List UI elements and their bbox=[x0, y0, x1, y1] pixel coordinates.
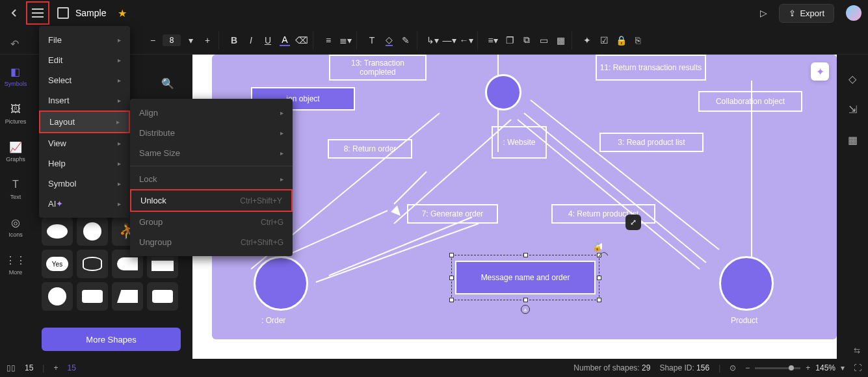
menu-insert[interactable]: Insert▸ bbox=[39, 90, 130, 110]
layout-submenu: Align▸ Distribute▸ Same Size▸ Lock▸ Unlo… bbox=[130, 99, 293, 256]
main-menu-dropdown: File▸ Edit▸ Select▸ Insert▸ Layout▸ View… bbox=[39, 26, 130, 218]
search-icon[interactable]: 🔍 bbox=[160, 75, 176, 91]
submenu-align[interactable]: Align▸ bbox=[130, 103, 293, 123]
ai-sparkle-button[interactable]: ✦ bbox=[580, 33, 594, 47]
avatar[interactable] bbox=[846, 5, 861, 21]
submenu-distribute[interactable]: Distribute▸ bbox=[130, 123, 293, 143]
underline-button[interactable]: U bbox=[261, 33, 275, 47]
paint-bucket-icon[interactable]: ◇ bbox=[848, 73, 856, 85]
add-page-button[interactable]: + bbox=[53, 363, 58, 372]
export-button[interactable]: ⇪ Export bbox=[779, 4, 834, 23]
submenu-ungroup[interactable]: UngroupCtrl+Shift+G bbox=[130, 232, 293, 252]
rail-pictures[interactable]: 🖼Pictures bbox=[5, 103, 27, 125]
copy-button[interactable]: ⧉ bbox=[519, 33, 534, 47]
back-button[interactable] bbox=[7, 5, 22, 21]
star-icon[interactable]: ★ bbox=[118, 7, 127, 20]
pictures-icon: 🖼 bbox=[9, 103, 22, 116]
menu-view[interactable]: View▸ bbox=[39, 133, 130, 153]
undo-icon[interactable]: ↶ bbox=[10, 38, 19, 50]
connector-button[interactable]: ↳▾ bbox=[425, 33, 440, 47]
ai-assistant-button[interactable]: ✦ bbox=[811, 62, 829, 81]
node-circle-center[interactable] bbox=[485, 74, 521, 110]
save-button[interactable]: ⎘ bbox=[631, 33, 645, 47]
menu-select[interactable]: Select▸ bbox=[39, 70, 130, 90]
submenu-group[interactable]: GroupCtrl+G bbox=[130, 212, 293, 232]
menu-symbol[interactable]: Symbol▸ bbox=[39, 174, 130, 194]
svg-line-3 bbox=[329, 217, 472, 276]
italic-button[interactable]: I bbox=[244, 33, 258, 47]
node-circle-product[interactable] bbox=[719, 256, 774, 311]
left-rail: ◧Symbols 🖼Pictures 📈Graphs TText ◎Icons … bbox=[0, 55, 31, 359]
page-button[interactable]: ▭ bbox=[536, 33, 551, 47]
font-size-input[interactable]: 8 bbox=[163, 34, 181, 46]
submenu-unlock[interactable]: UnlockCtrl+Shift+Y bbox=[130, 189, 293, 212]
line-spacing-button[interactable]: ≣▾ bbox=[338, 33, 352, 47]
zoom-slider[interactable] bbox=[755, 367, 800, 369]
zoom-in-button[interactable]: + bbox=[806, 363, 810, 372]
menu-help[interactable]: Help▸ bbox=[39, 153, 130, 174]
submenu-same-size[interactable]: Same Size▸ bbox=[130, 143, 293, 163]
text-tool-button[interactable]: T bbox=[365, 33, 379, 47]
menu-ai[interactable]: AI✦▸ bbox=[39, 194, 130, 214]
shape-yes[interactable]: Yes bbox=[42, 250, 73, 278]
layers-button[interactable]: ❐ bbox=[503, 33, 517, 47]
highlight-button[interactable]: ◇ bbox=[382, 33, 396, 47]
rotate-handle[interactable]: ▲ bbox=[521, 305, 530, 314]
zoom-out-button[interactable]: − bbox=[745, 363, 750, 372]
menu-layout[interactable]: Layout▸ bbox=[39, 110, 130, 133]
play-icon[interactable]: ▷ bbox=[760, 8, 767, 18]
settings-bottom-icon[interactable]: ⇆ bbox=[854, 346, 860, 355]
shape-circle2[interactable] bbox=[42, 282, 73, 311]
pages-icon[interactable]: ▯▯ bbox=[7, 363, 16, 372]
pen-button[interactable]: ✎ bbox=[399, 33, 413, 47]
target-icon[interactable]: ⊙ bbox=[730, 363, 736, 372]
svg-line-8 bbox=[531, 100, 719, 250]
floating-tool-button[interactable]: ⤢ bbox=[625, 214, 641, 230]
line-style-button[interactable]: —▾ bbox=[442, 33, 456, 47]
node-website[interactable]: : Website bbox=[492, 126, 547, 159]
rail-more[interactable]: ⋮⋮More bbox=[9, 254, 23, 276]
current-page[interactable]: 15 bbox=[68, 363, 76, 372]
more-shapes-button[interactable]: More Shapes bbox=[42, 328, 181, 351]
node-transaction-completed[interactable]: 13: Transaction completed bbox=[329, 55, 427, 81]
grid-right-icon[interactable]: ▦ bbox=[848, 134, 858, 146]
shape-rect2[interactable] bbox=[147, 282, 178, 311]
rail-symbols[interactable]: ◧Symbols bbox=[5, 65, 27, 87]
decrease-button[interactable]: − bbox=[146, 33, 160, 47]
hamburger-icon[interactable] bbox=[32, 8, 44, 18]
shape-trapezoid[interactable] bbox=[112, 282, 143, 311]
node-generate-order[interactable]: 7: Generate order bbox=[407, 204, 498, 224]
zoom-dropdown[interactable]: ▾ bbox=[841, 363, 845, 372]
node-message-order[interactable]: Message name and order bbox=[455, 261, 596, 294]
chevron-down-icon[interactable]: ▾ bbox=[183, 33, 198, 47]
formatting-toolbar: − 8 ▾ + B I U A ⌫ ≡ ≣▾ T ◇ ✎ ↳▾ —▾ ←▾ ≡▾… bbox=[0, 26, 868, 55]
align-button[interactable]: ≡ bbox=[321, 33, 335, 47]
menu-edit[interactable]: Edit▸ bbox=[39, 50, 130, 70]
shape-cylinder[interactable] bbox=[77, 250, 108, 278]
clear-format-button[interactable]: ⌫ bbox=[295, 33, 309, 47]
node-return-results[interactable]: 11: Return transaction results bbox=[596, 55, 706, 81]
node-collaboration-object[interactable]: Collaboration object bbox=[698, 91, 802, 112]
bold-button[interactable]: B bbox=[227, 33, 241, 47]
distribute-button[interactable]: ≡▾ bbox=[486, 33, 500, 47]
lock-button[interactable]: 🔒 bbox=[614, 33, 628, 47]
rail-icons[interactable]: ◎Icons bbox=[8, 216, 23, 238]
menu-file[interactable]: File▸ bbox=[39, 30, 130, 50]
node-read-product[interactable]: 3: Read product list bbox=[599, 133, 704, 152]
shape-ellipse[interactable] bbox=[42, 217, 73, 246]
submenu-lock[interactable]: Lock▸ bbox=[130, 169, 293, 189]
increase-button[interactable]: + bbox=[200, 33, 215, 47]
rail-graphs[interactable]: 📈Graphs bbox=[6, 140, 25, 162]
node-return-order[interactable]: 8: Return order bbox=[328, 139, 412, 159]
shape-rect[interactable] bbox=[77, 282, 108, 311]
export-right-icon[interactable]: ⇲ bbox=[848, 103, 857, 116]
arrow-style-button[interactable]: ←▾ bbox=[459, 33, 473, 47]
grid-button[interactable]: ▦ bbox=[553, 33, 568, 47]
rail-text[interactable]: TText bbox=[9, 178, 22, 200]
shape-circle[interactable] bbox=[77, 217, 108, 246]
status-bar: ▯▯ 15 | + 15 Number of shapes: 29 Shape … bbox=[0, 359, 868, 377]
fullscreen-icon[interactable]: ⛶ bbox=[854, 363, 861, 372]
font-color-button[interactable]: A bbox=[278, 33, 292, 47]
node-circle-order[interactable] bbox=[254, 256, 308, 311]
edit-button[interactable]: ☑ bbox=[597, 33, 611, 47]
